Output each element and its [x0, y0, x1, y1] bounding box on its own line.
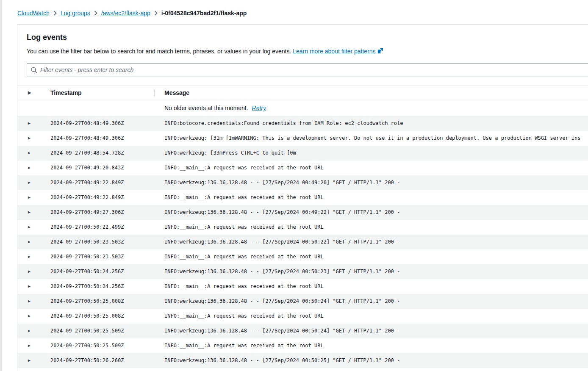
- log-message: INFO:werkzeug:136.36.128.48 - - [27/Sep/…: [154, 357, 588, 363]
- log-timestamp: 2024-09-27T00:49:22.849Z: [50, 180, 154, 186]
- log-message: INFO:werkzeug:136.36.128.48 - - [27/Sep/…: [154, 180, 588, 186]
- log-timestamp: 2024-09-27T00:48:49.306Z: [50, 135, 154, 141]
- expand-caret-icon[interactable]: ▶: [28, 240, 31, 244]
- learn-more-label: Learn more about filter patterns: [293, 47, 375, 56]
- expand-caret-icon[interactable]: ▶: [28, 195, 31, 199]
- log-message: INFO:werkzeug: [33mPress CTRL+C to quit …: [154, 150, 588, 156]
- breadcrumb: CloudWatch Log groups /aws/ec2/flask-app…: [0, 0, 588, 17]
- log-row[interactable]: ▶ 2024-09-27T00:49:22.849Z INFO:werkzeug…: [17, 175, 588, 190]
- log-message: INFO:botocore.credentials:Found credenti…: [154, 120, 588, 126]
- table-header-row: ▶ Timestamp Message: [17, 85, 588, 100]
- expand-caret-icon[interactable]: ▶: [28, 210, 31, 214]
- message-column-header-cell: Message: [154, 89, 588, 96]
- page-title: Log events: [27, 33, 588, 42]
- panel-header: Log events You can use the filter bar be…: [17, 25, 588, 56]
- log-row[interactable]: ▶ 2024-09-27T00:50:22.499Z INFO:__main__…: [17, 220, 588, 235]
- log-row[interactable]: ▶ 2024-09-27T00:49:27.306Z INFO:werkzeug…: [17, 205, 588, 220]
- log-row[interactable]: ▶ 2024-09-27T00:48:49.306Z INFO:botocore…: [17, 116, 588, 131]
- breadcrumb-link-cloudwatch[interactable]: CloudWatch: [17, 10, 50, 17]
- expand-caret-icon[interactable]: ▶: [28, 166, 31, 170]
- expand-caret-icon[interactable]: ▶: [28, 329, 31, 333]
- log-events-panel: Log events You can use the filter bar be…: [17, 24, 588, 371]
- message-column-header: Message: [164, 89, 189, 96]
- retry-link[interactable]: Retry: [252, 105, 266, 111]
- log-events-table: ▶ Timestamp Message No older events at t…: [17, 85, 588, 368]
- filter-bar: [27, 63, 588, 77]
- log-message: INFO:werkzeug: [31m [1mWARNING: This is …: [154, 135, 588, 141]
- log-timestamp: 2024-09-27T00:50:25.509Z: [50, 343, 154, 349]
- log-rows: ▶ 2024-09-27T00:48:49.306Z INFO:botocore…: [17, 116, 588, 368]
- log-timestamp: 2024-09-27T00:50:26.260Z: [50, 357, 154, 363]
- no-older-events-row: No older events at this moment. Retry: [17, 100, 588, 116]
- log-message: INFO:__main__:A request was received at …: [154, 254, 588, 260]
- expand-caret-icon[interactable]: ▶: [28, 284, 31, 288]
- expand-all-cell: ▶: [17, 91, 50, 95]
- log-row[interactable]: ▶ 2024-09-27T00:48:49.306Z INFO:werkzeug…: [17, 131, 588, 146]
- no-older-events-cell: No older events at this moment. Retry: [154, 105, 588, 111]
- log-message: INFO:werkzeug:136.36.128.48 - - [27/Sep/…: [154, 328, 588, 334]
- expand-caret-icon[interactable]: ▶: [28, 121, 31, 125]
- learn-more-link[interactable]: Learn more about filter patterns: [293, 47, 383, 56]
- no-older-events-text: No older events at this moment.: [164, 105, 248, 111]
- log-message: INFO:__main__:A request was received at …: [154, 283, 588, 289]
- log-timestamp: 2024-09-27T00:48:54.728Z: [50, 150, 154, 156]
- breadcrumb-separator-icon: [53, 11, 57, 16]
- log-timestamp: 2024-09-27T00:50:23.503Z: [50, 254, 154, 260]
- panel-description-text: You can use the filter bar below to sear…: [27, 48, 291, 55]
- breadcrumb-link-log-group-name[interactable]: /aws/ec2/flask-app: [101, 10, 150, 17]
- log-row[interactable]: ▶ 2024-09-27T00:50:25.509Z INFO:__main__…: [17, 338, 588, 353]
- search-icon: [31, 67, 37, 73]
- filter-events-input[interactable]: [40, 64, 588, 77]
- log-row[interactable]: ▶ 2024-09-27T00:50:26.260Z INFO:werkzeug…: [17, 353, 588, 368]
- log-message: INFO:__main__:A request was received at …: [154, 165, 588, 171]
- log-row[interactable]: ▶ 2024-09-27T00:50:25.509Z INFO:werkzeug…: [17, 324, 588, 338]
- log-row[interactable]: ▶ 2024-09-27T00:49:22.849Z INFO:__main__…: [17, 190, 588, 205]
- log-message: INFO:__main__:A request was received at …: [154, 224, 588, 230]
- external-link-icon: [377, 47, 383, 56]
- page-left-edge: [0, 0, 2, 371]
- breadcrumb-separator-icon: [94, 11, 97, 16]
- log-timestamp: 2024-09-27T00:50:22.499Z: [50, 224, 154, 230]
- expand-caret-icon[interactable]: ▶: [28, 299, 31, 303]
- log-row[interactable]: ▶ 2024-09-27T00:50:25.008Z INFO:werkzeug…: [17, 294, 588, 309]
- log-timestamp: 2024-09-27T00:49:27.306Z: [50, 209, 154, 215]
- log-row[interactable]: ▶ 2024-09-27T00:50:25.008Z INFO:__main__…: [17, 309, 588, 324]
- log-message: INFO:werkzeug:136.36.128.48 - - [27/Sep/…: [154, 269, 588, 274]
- panel-description: You can use the filter bar below to sear…: [27, 47, 588, 56]
- log-timestamp: 2024-09-27T00:50:23.503Z: [50, 239, 154, 245]
- expand-caret-icon[interactable]: ▶: [28, 255, 31, 259]
- log-message: INFO:__main__:A request was received at …: [154, 313, 588, 319]
- log-timestamp: 2024-09-27T00:49:20.843Z: [50, 165, 154, 171]
- log-message: INFO:werkzeug:136.36.128.48 - - [27/Sep/…: [154, 239, 588, 245]
- expand-caret-icon[interactable]: ▶: [28, 269, 31, 274]
- log-row[interactable]: ▶ 2024-09-27T00:50:24.256Z INFO:werkzeug…: [17, 264, 588, 279]
- expand-caret-icon[interactable]: ▶: [28, 180, 31, 185]
- log-timestamp: 2024-09-27T00:50:24.256Z: [50, 269, 154, 274]
- expand-caret-icon[interactable]: ▶: [28, 358, 31, 363]
- column-divider: [154, 89, 155, 96]
- expand-caret-icon[interactable]: ▶: [28, 225, 31, 229]
- log-message: INFO:__main__:A request was received at …: [154, 343, 588, 349]
- expand-caret-icon[interactable]: ▶: [28, 151, 31, 155]
- expand-all-caret-icon[interactable]: ▶: [28, 91, 31, 95]
- expand-caret-icon[interactable]: ▶: [28, 343, 31, 348]
- breadcrumb-link-log-groups[interactable]: Log groups: [61, 10, 90, 17]
- breadcrumb-current-log-stream: i-0f04528c947bad2f1/flask-app: [161, 10, 247, 17]
- timestamp-column-header: Timestamp: [50, 89, 154, 96]
- log-timestamp: 2024-09-27T00:50:24.256Z: [50, 283, 154, 289]
- log-row[interactable]: ▶ 2024-09-27T00:50:23.503Z INFO:__main__…: [17, 249, 588, 264]
- log-timestamp: 2024-09-27T00:48:49.306Z: [50, 120, 154, 126]
- log-timestamp: 2024-09-27T00:50:25.008Z: [50, 298, 154, 304]
- log-timestamp: 2024-09-27T00:49:22.849Z: [50, 194, 154, 200]
- expand-caret-icon[interactable]: ▶: [28, 314, 31, 318]
- log-message: INFO:werkzeug:136.36.128.48 - - [27/Sep/…: [154, 298, 588, 304]
- log-row[interactable]: ▶ 2024-09-27T00:50:23.503Z INFO:werkzeug…: [17, 235, 588, 249]
- log-row[interactable]: ▶ 2024-09-27T00:50:24.256Z INFO:__main__…: [17, 279, 588, 294]
- log-timestamp: 2024-09-27T00:50:25.008Z: [50, 313, 154, 319]
- log-row[interactable]: ▶ 2024-09-27T00:48:54.728Z INFO:werkzeug…: [17, 146, 588, 161]
- log-row[interactable]: ▶ 2024-09-27T00:49:20.843Z INFO:__main__…: [17, 161, 588, 175]
- log-message: INFO:werkzeug:136.36.128.48 - - [27/Sep/…: [154, 209, 588, 215]
- expand-caret-icon[interactable]: ▶: [28, 136, 31, 140]
- log-message: INFO:__main__:A request was received at …: [154, 194, 588, 200]
- log-timestamp: 2024-09-27T00:50:25.509Z: [50, 328, 154, 334]
